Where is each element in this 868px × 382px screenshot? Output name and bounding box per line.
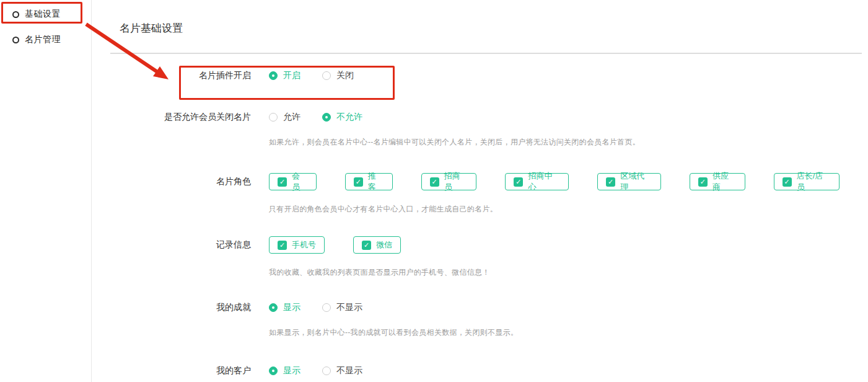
check-icon[interactable]: ✓ — [430, 177, 439, 187]
field-label: 我的成就 — [0, 302, 251, 313]
radio-unchecked-icon[interactable] — [322, 366, 331, 375]
checkbox-pill-member[interactable]: ✓ 会员 — [269, 173, 317, 190]
form-row-my-achievements: 我的成就 显示 不显示 — [0, 299, 868, 316]
check-icon[interactable]: ✓ — [514, 177, 523, 187]
check-icon[interactable]: ✓ — [354, 177, 363, 187]
field-help-text: 我的收藏、收藏我的列表页面是否显示用户的手机号、微信信息！ — [269, 267, 490, 278]
radio-checked-icon[interactable] — [322, 113, 331, 122]
radio-unchecked-icon[interactable] — [269, 113, 278, 122]
radio-unchecked-icon[interactable] — [322, 71, 331, 80]
check-icon[interactable]: ✓ — [362, 241, 371, 250]
check-icon[interactable]: ✓ — [783, 177, 792, 187]
radio-option-show[interactable]: 显示 — [269, 302, 300, 313]
radio-unchecked-icon[interactable] — [322, 303, 331, 312]
radio-option-allow[interactable]: 允许 — [269, 112, 300, 123]
sidebar-item-basic-settings[interactable]: 基础设置 — [0, 7, 92, 22]
radio-option-disallow[interactable]: 不允许 — [322, 112, 362, 123]
page-title: 名片基础设置 — [120, 21, 183, 35]
form-row-allow-close: 是否允许会员关闭名片 允许 不允许 — [0, 109, 868, 126]
header-divider — [110, 53, 862, 54]
field-label: 记录信息 — [0, 239, 251, 251]
sidebar: 基础设置 名片管理 — [0, 0, 92, 382]
field-label: 名片插件开启 — [0, 70, 251, 81]
radio-option-hide[interactable]: 不显示 — [322, 302, 362, 313]
radio-option-off[interactable]: 关闭 — [322, 70, 354, 81]
checkbox-pill-shop-staff[interactable]: ✓ 店长/店员 — [774, 173, 840, 190]
radio-option-show[interactable]: 显示 — [269, 365, 300, 376]
form-row-my-customers: 我的客户 显示 不显示 — [0, 362, 868, 380]
checkbox-pill-supplier[interactable]: ✓ 供应商 — [690, 173, 745, 190]
field-label: 名片角色 — [0, 176, 251, 187]
check-icon[interactable]: ✓ — [278, 241, 287, 250]
radio-checked-icon[interactable] — [269, 303, 278, 312]
radio-checked-icon[interactable] — [269, 71, 278, 80]
radio-option-on[interactable]: 开启 — [269, 70, 300, 81]
field-label: 我的客户 — [0, 365, 251, 376]
form-row-plugin-switch: 名片插件开启 开启 关闭 — [0, 67, 868, 84]
sidebar-item-card-management[interactable]: 名片管理 — [0, 32, 92, 47]
checkbox-pill-phone[interactable]: ✓ 手机号 — [269, 236, 325, 254]
field-help-text: 如果允许，则会员在名片中心--名片编辑中可以关闭个人名片，关闭后，用户将无法访问… — [269, 137, 640, 148]
check-icon[interactable]: ✓ — [606, 177, 615, 187]
form-row-record-info: 记录信息 ✓ 手机号 ✓ 微信 — [0, 236, 868, 254]
field-help-text: 只有开启的角色会员中心才有名片中心入口，才能生成自己的名片。 — [269, 204, 498, 215]
check-icon[interactable]: ✓ — [278, 177, 287, 187]
circle-icon — [12, 37, 19, 43]
checkbox-pill-regional-agent[interactable]: ✓ 区域代理 — [597, 173, 661, 190]
sidebar-item-label: 名片管理 — [25, 34, 61, 45]
checkbox-pill-wechat[interactable]: ✓ 微信 — [353, 236, 401, 254]
checkbox-pill-investment-center[interactable]: ✓ 招商中心 — [505, 173, 569, 190]
check-icon[interactable]: ✓ — [698, 177, 708, 187]
sidebar-item-label: 基础设置 — [25, 9, 61, 20]
annotation-arrow — [0, 0, 868, 382]
field-label: 是否允许会员关闭名片 — [0, 112, 251, 123]
radio-checked-icon[interactable] — [269, 366, 278, 375]
circle-icon — [12, 11, 19, 18]
checkbox-pill-promoter[interactable]: ✓ 推客 — [345, 173, 393, 190]
field-help-text: 如果显示，则名片中心--我的成就可以看到会员相关数据，关闭则不显示。 — [269, 327, 518, 338]
radio-option-hide[interactable]: 不显示 — [322, 365, 362, 376]
form-row-card-roles: 名片角色 ✓ 会员 ✓ 推客 ✓ 招商员 ✓ 招商中心 ✓ 区域代理 ✓ 供应商… — [0, 173, 868, 190]
checkbox-pill-investment-agent[interactable]: ✓ 招商员 — [421, 173, 477, 190]
